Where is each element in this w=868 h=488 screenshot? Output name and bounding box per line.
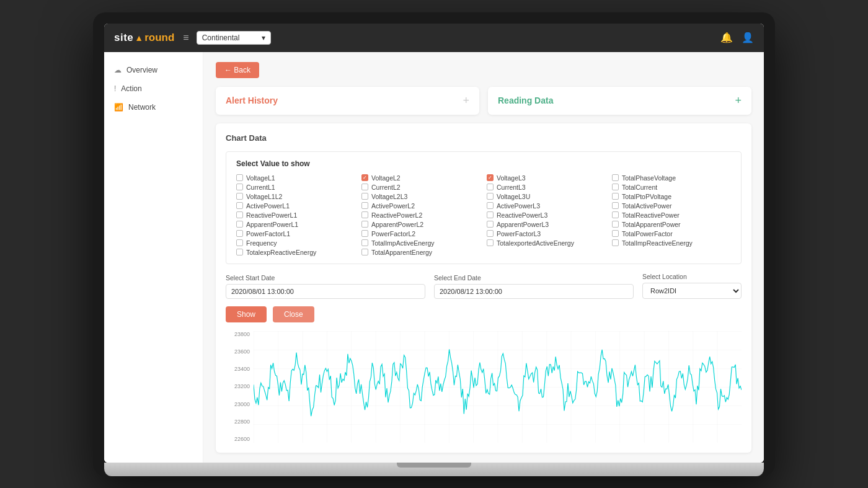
chart-section-title: Chart Data [226,133,742,143]
checkbox[interactable] [361,202,368,209]
checkbox[interactable] [487,211,494,218]
checkbox[interactable] [612,184,619,190]
start-date-input[interactable] [226,284,425,299]
checkbox-item[interactable]: PowerFactorL2 [361,230,480,237]
checkbox-item[interactable]: TotalApparentEnergy [361,249,480,256]
checkbox[interactable] [236,249,243,255]
checkbox-item[interactable]: CurrentL3 [487,184,606,191]
checkbox[interactable] [487,221,494,228]
checkbox-label: TotalActivePower [622,202,672,210]
show-button[interactable]: Show [226,306,267,322]
checkbox-item[interactable]: ActivePowerL1 [236,202,355,210]
sidebar-item-overview[interactable]: ☁ Overview [104,61,203,79]
checkbox-item[interactable]: VoltageL2L3 [361,193,480,200]
checkbox-item[interactable]: VoltageL1L2 [236,193,355,200]
checkbox[interactable] [236,193,243,200]
chart-y-axis: 23800236002340023200230002280022600 [226,331,254,443]
checkbox[interactable] [361,249,368,255]
checkbox-label: ReactivePowerL3 [497,211,547,219]
checkbox[interactable] [612,202,619,209]
checkbox-item[interactable]: TotalPhaseVoltage [612,174,731,182]
checkbox-label: TotalReactivePower [622,211,680,219]
checkbox-item[interactable]: VoltageL1 [236,174,355,182]
chart-container: 23800236002340023200230002280022600 [226,331,742,443]
checkbox[interactable] [487,184,494,190]
reading-data-panel: Reading Data + [488,87,751,115]
checkbox-item[interactable]: ReactivePowerL1 [236,211,355,219]
checkbox-item[interactable]: TotalImpReactiveEnergy [612,239,731,247]
checkbox-item[interactable]: TotalImpActiveEnergy [361,239,480,247]
checkbox-item[interactable]: ApparentPowerL3 [487,221,606,228]
checkbox[interactable] [612,221,619,228]
location-select[interactable]: Row2IDI [642,283,742,299]
checkbox[interactable] [236,221,243,228]
checkbox[interactable] [236,184,243,190]
alert-history-plus-icon[interactable]: + [463,94,469,107]
checkbox-label: TotalCurrent [622,184,657,191]
checkbox-item[interactable]: ReactivePowerL2 [361,211,480,219]
checkbox[interactable] [361,193,368,200]
checkbox[interactable] [361,211,368,218]
checkbox-item[interactable]: TotalActivePower [612,202,731,210]
sidebar-item-network[interactable]: 📶 Network [104,98,203,117]
checkbox-item[interactable]: TotalexpReactiveEnergy [236,249,355,256]
close-button[interactable]: Close [273,306,314,322]
checkbox[interactable] [236,202,243,209]
checkbox-item[interactable]: ApparentPowerL2 [361,221,480,228]
checkbox[interactable] [612,239,619,246]
checkbox[interactable] [612,211,619,218]
checkbox-item[interactable]: VoltageL3U [487,193,606,200]
checkbox[interactable] [361,230,368,237]
checkbox-label: VoltageL3U [497,193,530,200]
hamburger-icon[interactable]: ≡ [183,32,188,43]
checkbox-item[interactable]: ActivePowerL2 [361,202,480,210]
checkbox[interactable] [487,230,494,237]
checkbox[interactable] [361,184,368,190]
checkbox-item[interactable]: Frequency [236,239,355,247]
notification-icon[interactable]: 🔔 [720,32,733,43]
checkbox-item[interactable]: TotalReactivePower [612,211,731,219]
checkbox-item[interactable]: CurrentL1 [236,184,355,191]
checkbox-item[interactable]: PowerFactorL3 [487,230,606,237]
checkbox-item[interactable]: ReactivePowerL3 [487,211,606,219]
reading-data-plus-icon[interactable]: + [735,94,742,107]
checkbox[interactable] [487,202,494,209]
select-value-title: Select Value to show [236,159,731,168]
checkbox-item[interactable]: TotalCurrent [612,184,731,191]
checkbox[interactable] [236,239,243,246]
checkbox-item[interactable]: ✓VoltageL2 [361,174,480,182]
end-date-input[interactable] [434,284,634,299]
checkbox-item[interactable]: ApparentPowerL1 [236,221,355,228]
checkbox-item[interactable] [487,249,606,256]
user-icon[interactable]: 👤 [742,32,754,43]
checkbox[interactable] [361,239,368,246]
checkbox[interactable] [612,230,619,237]
checkbox-item[interactable] [612,249,731,256]
checkbox[interactable]: ✓ [487,174,494,181]
checkbox-label: ApparentPowerL2 [371,221,423,228]
checkbox[interactable] [612,174,619,181]
checkbox-item[interactable]: ✓VoltageL3 [487,174,606,182]
checkbox[interactable] [361,221,368,228]
checkbox[interactable] [612,193,619,200]
checkbox-item[interactable]: TotalApparentPower [612,221,731,228]
checkbox-item[interactable]: CurrentL2 [361,184,480,191]
checkbox-label: ApparentPowerL3 [497,221,549,228]
checkbox-item[interactable]: TotalPtoPVoltage [612,193,731,200]
checkbox-item[interactable]: ActivePowerL3 [487,202,606,210]
checkbox[interactable] [487,193,494,200]
checkbox-item[interactable]: PowerFactorL1 [236,230,355,237]
back-button[interactable]: ← Back [216,62,259,78]
panel-row: Alert History + Reading Data + [216,87,751,115]
y-axis-label: 23600 [234,348,250,355]
location-dropdown[interactable]: Continental ▾ [197,31,271,45]
checkbox[interactable] [236,211,243,218]
alert-history-panel: Alert History + [216,87,479,115]
checkbox[interactable] [236,174,243,181]
checkbox[interactable] [236,230,243,237]
checkbox[interactable]: ✓ [361,174,368,181]
checkbox-item[interactable]: TotalPowerFactor [612,230,731,237]
checkbox[interactable] [487,239,494,246]
sidebar-item-action[interactable]: ! Action [104,79,203,98]
checkbox-item[interactable]: TotalexportedActiveEnergy [487,239,606,247]
